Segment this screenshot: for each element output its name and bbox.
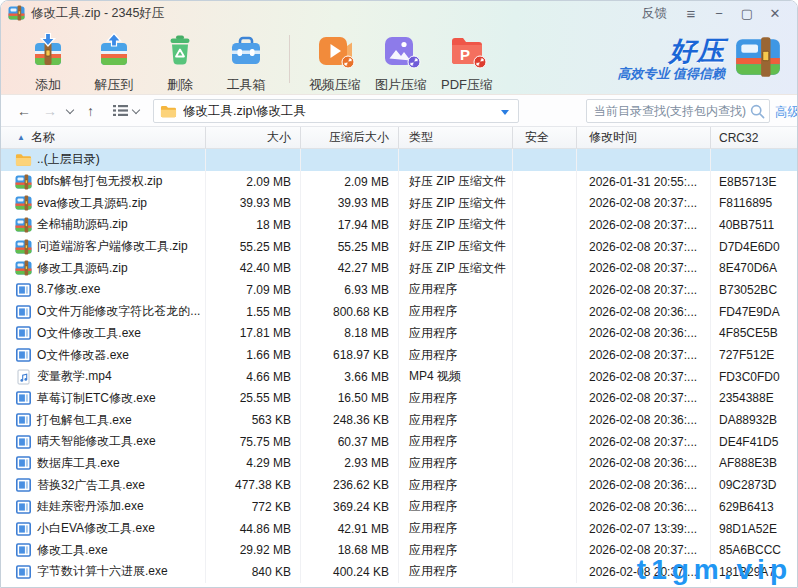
crc32-cell: F8116895 (711, 192, 798, 214)
security-cell (513, 171, 577, 193)
file-name-cell: 全棉辅助源码.zip (1, 214, 206, 236)
modified-time-cell: 2026-02-08 20:37:... (577, 344, 711, 366)
column-header-crc32[interactable]: CRC32 (711, 127, 798, 148)
packed-size-cell: 800.68 KB (301, 301, 399, 323)
watermark: t1gm.vip (637, 554, 792, 586)
modified-time-cell: 2026-02-08 20:37:... (577, 214, 711, 236)
security-cell (513, 301, 577, 323)
file-type-cell (399, 149, 513, 171)
haozip-file-icon (15, 195, 32, 211)
table-row[interactable]: 打包解包工具.exe 563 KB 248.36 KB 应用程序 2026-02… (1, 409, 797, 431)
table-row[interactable]: 数据库工具.exe 4.29 MB 2.93 MB 应用程序 2026-02-0… (1, 453, 797, 475)
file-name-cell: eva修改工具源码.zip (1, 192, 206, 214)
file-name-cell: 问道端游客户端修改工具.zip (1, 236, 206, 258)
file-size-cell: 7.09 MB (206, 279, 301, 301)
table-row[interactable]: 晴天智能修改工具.exe 75.75 MB 60.37 MB 应用程序 2026… (1, 431, 797, 453)
image-compress-button[interactable]: 图片压缩 (368, 29, 434, 94)
search-icon[interactable] (750, 104, 765, 119)
security-cell (513, 323, 577, 345)
file-size-cell: 4.29 MB (206, 453, 301, 475)
modified-time-cell: 2026-01-31 20:55:... (577, 171, 711, 193)
table-row[interactable]: 替换32广告工具.exe 477.38 KB 236.62 KB 应用程序 20… (1, 474, 797, 496)
table-row[interactable]: 小白EVA修改工具.exe 44.86 MB 42.91 MB 应用程序 202… (1, 518, 797, 540)
table-row[interactable]: 8.7修改.exe 7.09 MB 6.93 MB 应用程序 2026-02-0… (1, 279, 797, 301)
search-box (586, 99, 770, 123)
toolbox-icon (226, 31, 266, 75)
column-header-type[interactable]: 类型 (399, 127, 513, 148)
table-row[interactable]: eva修改工具源码.zip 39.93 MB 39.93 MB 好压 ZIP 压… (1, 192, 797, 214)
folder-icon (160, 105, 177, 118)
column-header-packed-size[interactable]: 压缩后大小 (301, 127, 399, 148)
table-row[interactable]: 修改工具源码.zip 42.40 MB 42.27 MB 好压 ZIP 压缩文件… (1, 257, 797, 279)
modified-time-cell (577, 149, 711, 171)
table-row[interactable]: O文件修改器.exe 1.66 MB 618.97 KB 应用程序 2026-0… (1, 344, 797, 366)
close-button[interactable]: ✕ (761, 6, 789, 21)
security-cell (513, 214, 577, 236)
history-chevron-icon[interactable] (66, 106, 74, 114)
column-header-size[interactable]: 大小 (206, 127, 301, 148)
packed-size-cell: 369.24 KB (301, 496, 399, 518)
maximize-button[interactable]: ▢ (733, 6, 761, 21)
advanced-search-link[interactable]: 高级 (775, 104, 798, 121)
pdf-compress-button[interactable]: P PDF压缩 (434, 29, 500, 94)
packed-size-cell: 3.66 MB (301, 366, 399, 388)
menu-icon[interactable]: ≡ (677, 5, 705, 22)
table-row[interactable]: 变量教学.mp4 4.66 MB 3.66 MB MP4 视频 2026-02-… (1, 366, 797, 388)
exe-file-icon (15, 564, 32, 580)
file-type-cell: 应用程序 (399, 518, 513, 540)
column-header-modified[interactable]: 修改时间 (577, 127, 711, 148)
archive-add-icon (28, 31, 68, 75)
packed-size-cell: 17.94 MB (301, 214, 399, 236)
view-mode-chevron-icon[interactable] (132, 106, 140, 114)
file-name-cell: O文件修改工具.exe (1, 323, 206, 345)
search-input[interactable] (594, 104, 750, 118)
extract-button[interactable]: 解压到 (81, 29, 147, 94)
exe-file-icon (15, 347, 32, 363)
column-header-security[interactable]: 安全 (513, 127, 577, 148)
table-row[interactable]: O文件修改工具.exe 17.81 MB 8.18 MB 应用程序 2026-0… (1, 323, 797, 345)
table-row[interactable]: ..(上层目录) (1, 149, 797, 171)
mp4-file-icon (15, 369, 32, 385)
packed-size-cell: 55.25 MB (301, 236, 399, 258)
top-gradient-area: 修改工具.zip - 2345好压 反馈 ≡ − ▢ ✕ 添加 解压到 删除 (1, 1, 797, 95)
feedback-button[interactable]: 反馈 (642, 5, 667, 22)
add-button[interactable]: 添加 (15, 29, 81, 94)
file-size-cell: 44.86 MB (206, 518, 301, 540)
modified-time-cell: 2026-02-08 20:36:... (577, 409, 711, 431)
file-type-cell: 应用程序 (399, 561, 513, 583)
file-type-cell: 应用程序 (399, 496, 513, 518)
toolbox-button[interactable]: 工具箱 (213, 29, 279, 94)
toolbar: 添加 解压到 删除 工具箱 视频压缩 图片压缩 (1, 25, 797, 95)
packed-size-cell: 618.97 KB (301, 344, 399, 366)
minimize-button[interactable]: − (705, 6, 733, 21)
up-arrow-icon[interactable]: ↑ (87, 103, 94, 119)
file-type-cell: 好压 ZIP 压缩文件 (399, 236, 513, 258)
file-name-cell: 草莓订制ETC修改.exe (1, 388, 206, 410)
table-row[interactable]: dbfs解包打包无授权.zip 2.09 MB 2.09 MB 好压 ZIP 压… (1, 171, 797, 193)
table-row[interactable]: 娃娃亲密丹添加.exe 772 KB 369.24 KB 应用程序 2026-0… (1, 496, 797, 518)
back-arrow-icon[interactable]: ← (17, 103, 31, 119)
video-compress-button[interactable]: 视频压缩 (302, 29, 368, 94)
file-type-cell: 应用程序 (399, 474, 513, 496)
path-dropdown-caret-icon[interactable] (501, 110, 509, 115)
packed-size-cell: 8.18 MB (301, 323, 399, 345)
table-row[interactable]: 草莓订制ETC修改.exe 25.55 MB 16.50 MB 应用程序 202… (1, 388, 797, 410)
table-row[interactable]: O文件万能修改字符比苍龙的... 1.55 MB 800.68 KB 应用程序 … (1, 301, 797, 323)
archive-extract-icon (94, 31, 134, 75)
file-name-cell: 替换32广告工具.exe (1, 474, 206, 496)
file-type-cell: 好压 ZIP 压缩文件 (399, 171, 513, 193)
crc32-cell: FD3C0FD0 (711, 366, 798, 388)
forward-arrow-icon[interactable]: → (43, 103, 57, 119)
file-name-cell: 8.7修改.exe (1, 279, 206, 301)
column-header-name[interactable]: ▲名称 (1, 127, 206, 148)
modified-time-cell: 2026-02-08 20:37:... (577, 192, 711, 214)
file-size-cell: 1.66 MB (206, 344, 301, 366)
file-name-cell: ..(上层目录) (1, 149, 206, 171)
file-name-cell: 打包解包工具.exe (1, 409, 206, 431)
path-combobox[interactable]: 修改工具.zip\修改工具 (153, 99, 519, 123)
table-row[interactable]: 全棉辅助源码.zip 18 MB 17.94 MB 好压 ZIP 压缩文件 20… (1, 214, 797, 236)
view-mode-icon[interactable] (113, 104, 128, 120)
table-row[interactable]: 问道端游客户端修改工具.zip 55.25 MB 55.25 MB 好压 ZIP… (1, 236, 797, 258)
delete-button[interactable]: 删除 (147, 29, 213, 94)
security-cell (513, 279, 577, 301)
